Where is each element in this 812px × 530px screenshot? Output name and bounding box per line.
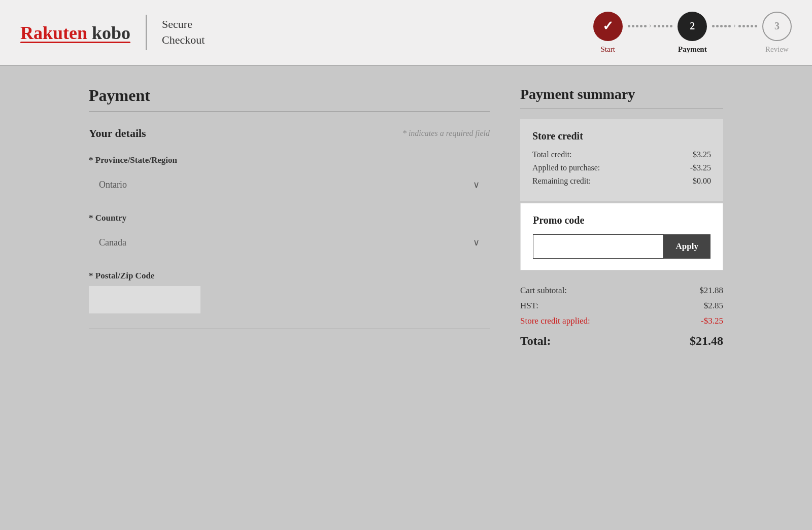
step-review-label: Review bbox=[765, 45, 789, 54]
cart-subtotal-label: Cart subtotal: bbox=[520, 286, 567, 296]
left-panel: Payment Your details * indicates a requi… bbox=[89, 86, 490, 353]
arrow-icon-1: › bbox=[649, 22, 652, 30]
step-connector-2: › bbox=[712, 22, 757, 30]
country-select-wrapper[interactable]: Canada United States United Kingdom ∨ bbox=[89, 228, 490, 257]
apply-button[interactable]: Apply bbox=[664, 234, 710, 259]
step-review-circle: 3 bbox=[762, 12, 792, 41]
secure-checkout-text: Secure Checkout bbox=[162, 17, 205, 48]
checkout-stepper: ✓ Start › 2 Payment › 3 Rev bbox=[593, 12, 792, 54]
bottom-divider bbox=[89, 329, 490, 329]
logo-kobo: kobo bbox=[92, 23, 130, 43]
province-label: * Province/State/Region bbox=[89, 155, 490, 165]
total-credit-label: Total credit: bbox=[532, 150, 572, 159]
logo: Rakuten kobo bbox=[20, 22, 130, 43]
summary-title: Payment summary bbox=[520, 86, 723, 102]
hst-label: HST: bbox=[520, 301, 538, 311]
postal-label: * Postal/Zip Code bbox=[89, 271, 490, 281]
province-select[interactable]: Ontario British Columbia Alberta Quebec bbox=[89, 170, 490, 199]
postal-input[interactable] bbox=[89, 286, 200, 313]
remaining-credit-row: Remaining credit: $0.00 bbox=[532, 176, 711, 186]
step-review: 3 Review bbox=[762, 12, 792, 54]
promo-code-input[interactable] bbox=[533, 234, 664, 259]
remaining-credit-value: $0.00 bbox=[693, 176, 711, 186]
promo-code-box: Promo code Apply bbox=[520, 203, 723, 270]
total-value: $21.48 bbox=[690, 334, 723, 348]
store-credit-title: Store credit bbox=[532, 130, 711, 142]
store-credit-box: Store credit Total credit: $3.25 Applied… bbox=[520, 119, 723, 201]
logo-rakuten: Rakuten bbox=[20, 23, 87, 43]
page-title: Payment bbox=[89, 86, 490, 105]
step-start: ✓ Start bbox=[593, 12, 623, 54]
promo-title: Promo code bbox=[533, 215, 710, 226]
your-details-title: Your details bbox=[89, 127, 146, 140]
step-start-label: Start bbox=[600, 45, 615, 54]
hst-row: HST: $2.85 bbox=[520, 301, 723, 311]
store-credit-applied-row: Store credit applied: -$3.25 bbox=[520, 316, 723, 326]
applied-to-purchase-row: Applied to purchase: -$3.25 bbox=[532, 163, 711, 172]
step-connector-1: › bbox=[628, 22, 673, 30]
hst-value: $2.85 bbox=[704, 301, 723, 311]
step-start-circle: ✓ bbox=[593, 12, 623, 41]
total-credit-row: Total credit: $3.25 bbox=[532, 150, 711, 159]
total-credit-value: $3.25 bbox=[693, 150, 711, 159]
total-row: Total: $21.48 bbox=[520, 331, 723, 348]
applied-to-purchase-value: -$3.25 bbox=[690, 163, 711, 172]
province-field-group: * Province/State/Region Ontario British … bbox=[89, 155, 490, 199]
country-select[interactable]: Canada United States United Kingdom bbox=[89, 228, 490, 257]
remaining-credit-label: Remaining credit: bbox=[532, 176, 591, 186]
cart-subtotal-row: Cart subtotal: $21.88 bbox=[520, 286, 723, 296]
summary-divider bbox=[520, 109, 723, 109]
promo-input-row: Apply bbox=[533, 234, 710, 259]
section-divider bbox=[89, 111, 490, 112]
checkmark-icon: ✓ bbox=[602, 18, 614, 34]
right-panel: Payment summary Store credit Total credi… bbox=[520, 86, 723, 353]
your-details-header: Your details * indicates a required fiel… bbox=[89, 127, 490, 140]
total-label: Total: bbox=[520, 334, 551, 348]
cart-summary: Cart subtotal: $21.88 HST: $2.85 Store c… bbox=[520, 280, 723, 353]
header: Rakuten kobo Secure Checkout ✓ Start › 2 bbox=[0, 0, 812, 66]
applied-to-purchase-label: Applied to purchase: bbox=[532, 163, 600, 172]
main-content: Payment Your details * indicates a requi… bbox=[63, 66, 749, 373]
step-payment-label: Payment bbox=[678, 45, 707, 54]
store-credit-applied-value: -$3.25 bbox=[701, 316, 723, 326]
step-payment-circle: 2 bbox=[678, 12, 707, 41]
header-divider bbox=[146, 15, 147, 50]
province-select-wrapper[interactable]: Ontario British Columbia Alberta Quebec … bbox=[89, 170, 490, 199]
postal-field-group: * Postal/Zip Code bbox=[89, 271, 490, 313]
store-credit-applied-label: Store credit applied: bbox=[520, 316, 590, 326]
country-field-group: * Country Canada United States United Ki… bbox=[89, 213, 490, 257]
required-note: * indicates a required field bbox=[402, 129, 490, 138]
arrow-icon-2: › bbox=[733, 22, 736, 30]
step-payment: 2 Payment bbox=[678, 12, 707, 54]
cart-subtotal-value: $21.88 bbox=[699, 286, 723, 296]
country-label: * Country bbox=[89, 213, 490, 223]
